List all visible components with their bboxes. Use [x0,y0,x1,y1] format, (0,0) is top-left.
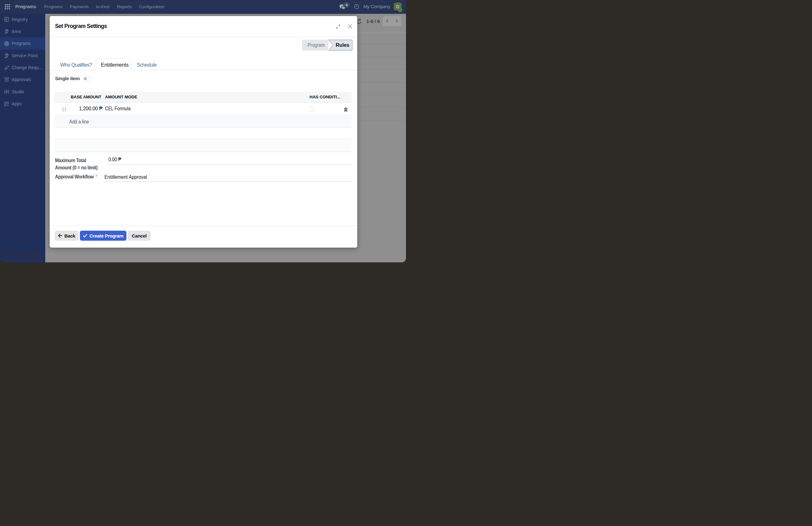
svg-text:Program: Program [307,42,325,48]
svg-text:Rules: Rules [336,42,350,48]
